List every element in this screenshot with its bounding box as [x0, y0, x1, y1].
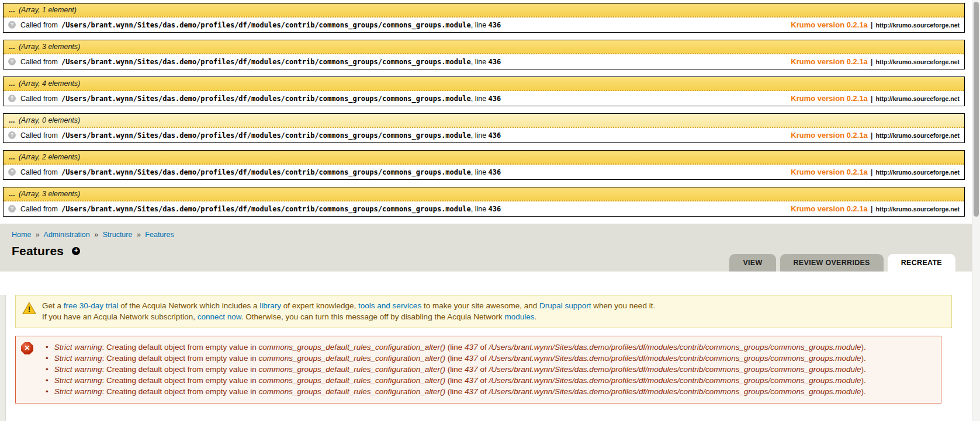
krumo-url-link[interactable]: http://krumo.sourceforge.net: [875, 22, 960, 29]
free-trial-link[interactable]: free 30-day trial: [64, 301, 119, 310]
called-from-path: /Users/brant.wynn/Sites/das.demo/profile…: [61, 168, 471, 176]
error-text: (line: [445, 376, 465, 385]
error-line-number: 437: [465, 354, 478, 363]
error-line-number: 437: [465, 387, 478, 396]
krumo-block: ... (Array, 4 elements) ? Called from /U…: [3, 76, 965, 106]
krumo-version-link[interactable]: Krumo version 0.2.1a: [791, 94, 868, 103]
connect-now-link[interactable]: connect now: [198, 312, 241, 321]
error-text: of: [478, 354, 489, 363]
krumo-version-link[interactable]: Krumo version 0.2.1a: [791, 131, 868, 140]
library-link[interactable]: library: [259, 301, 281, 310]
warning-text: If you have an Acquia Network subscripti…: [42, 312, 198, 321]
krumo-ellipsis: ...: [9, 153, 15, 161]
krumo-url-link[interactable]: http://krumo.sourceforge.net: [875, 58, 960, 65]
krumo-array-summary: (Array, 4 elements): [19, 79, 80, 88]
error-text: : Creating default object from empty val…: [102, 376, 259, 385]
krumo-url-link[interactable]: http://krumo.sourceforge.net: [875, 95, 960, 102]
error-type: Strict warning: [54, 354, 102, 363]
modules-link[interactable]: modules: [504, 312, 534, 321]
error-line-number: 437: [465, 365, 478, 374]
help-icon: ?: [8, 131, 16, 139]
error-list: •Strict warning: Creating default object…: [42, 342, 866, 397]
krumo-url-link[interactable]: http://krumo.sourceforge.net: [875, 132, 960, 139]
krumo-block: ... (Array, 2 elements) ? Called from /U…: [3, 150, 965, 180]
krumo-footer-row: ? Called from /Users/brant.wynn/Sites/da…: [4, 128, 964, 142]
breadcrumb-link-administration[interactable]: Administration: [44, 231, 90, 239]
line-number: 436: [489, 131, 501, 140]
krumo-block: ... (Array, 3 elements) ? Called from /U…: [3, 187, 965, 217]
error-text: ).: [861, 376, 865, 385]
scrollbar-thumb[interactable]: [974, 2, 979, 217]
error-item: •Strict warning: Creating default object…: [42, 364, 866, 375]
warning-text: .: [534, 312, 536, 321]
krumo-footer-row: ? Called from /Users/brant.wynn/Sites/da…: [4, 54, 964, 69]
krumo-block: ... (Array, 3 elements) ? Called from /U…: [3, 40, 965, 69]
error-path: /Users/brant.wynn/Sites/das.demo/profile…: [489, 365, 861, 374]
error-text: : Creating default object from empty val…: [102, 354, 259, 363]
error-text: ).: [861, 354, 865, 363]
tab-review-overrides[interactable]: REVIEW OVERRIDES: [780, 254, 884, 272]
line-label: , line: [471, 58, 489, 66]
krumo-url-link[interactable]: http://krumo.sourceforge.net: [875, 206, 960, 213]
help-icon: ?: [8, 58, 16, 65]
krumo-ellipsis: ...: [9, 6, 15, 14]
krumo-expand-header[interactable]: ... (Array, 3 elements): [4, 40, 964, 54]
tools-services-link[interactable]: tools and services: [358, 301, 421, 310]
krumo-array-summary: (Array, 2 elements): [19, 153, 80, 161]
krumo-expand-header[interactable]: ... (Array, 2 elements): [4, 151, 964, 165]
error-octagon-icon: ✕: [21, 342, 42, 397]
left-gutter: [0, 295, 6, 421]
error-path: /Users/brant.wynn/Sites/das.demo/profile…: [489, 376, 861, 385]
called-from-label: Called from: [20, 58, 58, 66]
breadcrumb-link-structure[interactable]: Structure: [103, 231, 133, 239]
called-from-path: /Users/brant.wynn/Sites/das.demo/profile…: [61, 21, 471, 29]
krumo-expand-header[interactable]: ... (Array, 3 elements): [4, 187, 964, 201]
krumo-expand-header[interactable]: ... (Array, 4 elements): [4, 77, 964, 91]
breadcrumb-link-home[interactable]: Home: [12, 231, 31, 239]
krumo-version-link[interactable]: Krumo version 0.2.1a: [791, 168, 868, 176]
line-label: , line: [471, 131, 489, 140]
bullet-icon: •: [46, 365, 49, 374]
version-separator: |: [871, 20, 873, 29]
error-text: : Creating default object from empty val…: [102, 343, 259, 352]
breadcrumb-link-features[interactable]: Features: [145, 231, 174, 239]
error-function: commons_groups_default_rules_configurati…: [258, 387, 445, 396]
called-from-path: /Users/brant.wynn/Sites/das.demo/profile…: [61, 95, 471, 103]
krumo-url-link[interactable]: http://krumo.sourceforge.net: [875, 169, 960, 176]
error-item: •Strict warning: Creating default object…: [42, 342, 866, 353]
error-text: (line: [445, 354, 465, 363]
drupal-support-link[interactable]: Drupal support: [539, 301, 591, 310]
version-separator: |: [871, 131, 873, 140]
error-text: of: [478, 343, 489, 352]
error-text: (line: [445, 365, 465, 374]
warning-text: of expert knowledge,: [281, 301, 358, 310]
krumo-ellipsis: ...: [9, 190, 15, 198]
breadcrumb-separator: »: [36, 231, 40, 239]
warning-text: . Otherwise, you can turn this message o…: [241, 312, 505, 321]
krumo-footer-row: ? Called from /Users/brant.wynn/Sites/da…: [4, 91, 964, 106]
error-function: commons_groups_default_rules_configurati…: [258, 343, 445, 352]
krumo-version-link[interactable]: Krumo version 0.2.1a: [791, 204, 868, 213]
krumo-expand-header[interactable]: ... (Array, 1 element): [4, 4, 964, 18]
help-icon: ?: [8, 21, 16, 29]
krumo-version-link[interactable]: Krumo version 0.2.1a: [791, 20, 868, 29]
error-text: of: [478, 376, 489, 385]
krumo-ellipsis: ...: [9, 79, 15, 88]
warning-text: of the Acquia Network which includes a: [119, 301, 260, 310]
krumo-array-summary: (Array, 3 elements): [19, 190, 80, 198]
krumo-version-link[interactable]: Krumo version 0.2.1a: [791, 57, 868, 66]
called-from-label: Called from: [20, 21, 58, 29]
krumo-expand-header[interactable]: ... (Array, 0 elements): [4, 114, 964, 128]
tab-recreate[interactable]: RECREATE: [888, 254, 955, 272]
help-icon: ?: [8, 205, 16, 213]
add-shortcut-icon[interactable]: +: [72, 247, 80, 255]
bullet-icon: •: [46, 354, 49, 363]
error-path: /Users/brant.wynn/Sites/das.demo/profile…: [489, 354, 861, 363]
krumo-array-summary: (Array, 3 elements): [19, 43, 80, 51]
error-type: Strict warning: [54, 376, 102, 385]
krumo-block: ... (Array, 0 elements) ? Called from /U…: [3, 113, 965, 143]
error-text: ).: [861, 365, 865, 374]
bullet-icon: •: [46, 387, 49, 396]
called-from-label: Called from: [20, 205, 58, 213]
tab-view[interactable]: VIEW: [729, 254, 775, 272]
